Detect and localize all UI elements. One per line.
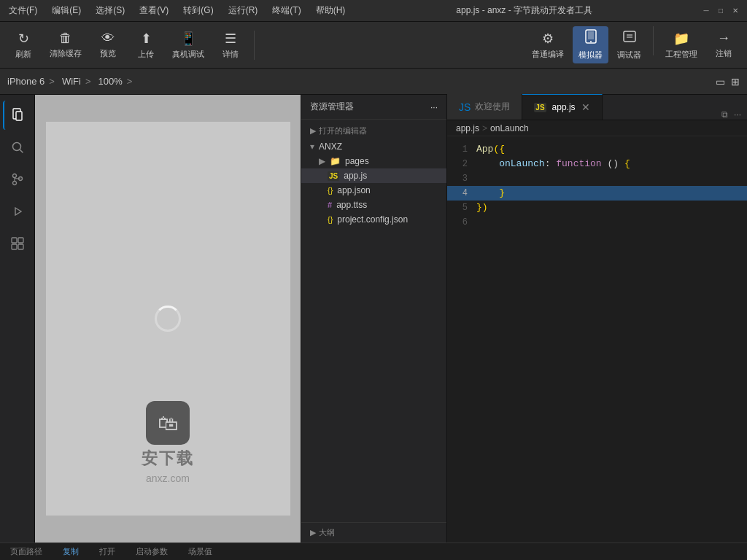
detail-icon: ☰ [225,31,236,47]
activity-source-control[interactable] [3,165,32,194]
detail-button[interactable]: ☰ 详情 [213,28,248,63]
root-folder[interactable]: ▾ ANXZ [301,139,446,154]
outline-section[interactable]: ▶ 大纲 [301,522,446,542]
menu-bar[interactable]: 文件(F) 编辑(E) 选择(S) 查看(V) 转到(G) 运行(R) 终端(T… [6,3,348,18]
device-separator3: > [127,76,133,87]
simbar-scene-value[interactable]: 场景值 [184,545,217,559]
upload-icon: ⬆ [141,31,152,47]
activity-extensions[interactable] [3,229,32,258]
tab-appjs[interactable]: JS app.js ✕ [522,94,602,120]
single-view-icon[interactable]: ▭ [716,76,725,88]
clear-cache-button[interactable]: 🗑 清除缓存 [44,28,88,62]
menu-help[interactable]: 帮助(H) [313,3,349,18]
upload-button[interactable]: ⬆ 上传 [128,28,163,63]
more-tabs-icon[interactable]: ··· [734,109,741,120]
explorer-panel: 资源管理器 ··· ▶ 打开的编辑器 ▾ ANXZ ▶ 📁 pages JS a… [301,95,447,542]
toolbar-right: ⚙ 普通编译 模拟器 调试器 [526,26,741,63]
debugger-button[interactable]: 调试器 [611,26,647,63]
zoom-selector[interactable]: 100% > [98,76,134,87]
appjs-file[interactable]: JS app.js [301,168,446,183]
menu-file[interactable]: 文件(F) [6,3,40,18]
debugger-label: 调试器 [617,50,641,61]
breadcrumb-file[interactable]: app.js [456,123,479,133]
svg-rect-16 [18,238,23,243]
appttss-file[interactable]: # app.ttss [301,198,446,212]
projectconfig-file[interactable]: {} project.config.json [301,212,446,227]
line-num-4: 4 [447,186,476,201]
breadcrumb-symbol[interactable]: onLaunch [490,123,529,133]
open-editors-section[interactable]: ▶ 打开的编辑器 [301,122,446,139]
simbar-launch-params[interactable]: 启动参数 [131,545,172,559]
menu-terminal[interactable]: 终端(T) [269,3,303,18]
simulator-label: 模拟器 [578,50,603,61]
preview-button[interactable]: 👁 预览 [90,28,125,62]
line-content-5: }) [476,201,488,215]
toolbar-separator2 [653,26,654,55]
activity-search[interactable] [3,133,32,162]
explorer-title: 资源管理器 [310,101,354,113]
svg-line-9 [20,150,23,153]
svg-point-10 [12,174,16,178]
detail-label: 详情 [222,49,239,60]
appjson-file[interactable]: {} app.json [301,183,446,198]
folder-chevron-icon: ▶ [319,156,325,166]
activity-debug[interactable] [3,197,32,226]
breadcrumb: app.js > onLaunch [447,120,747,136]
code-line-6: 6 [447,215,747,230]
maximize-button[interactable]: □ [715,5,727,17]
split-editor-icon[interactable]: ⧉ [721,109,728,120]
svg-rect-1 [588,31,594,39]
simbar-page-path[interactable]: 页面路径 [6,545,47,559]
simulator-button[interactable]: 模拟器 [573,26,608,63]
code-line-2: 2 onLaunch: function () { [447,157,747,171]
code-editor[interactable]: 1 App({ 2 onLaunch: function () { 3 4 } … [447,136,747,542]
code-line-4: 4 } [447,186,747,201]
explorer-more-icon[interactable]: ··· [430,102,438,112]
minimize-button[interactable]: ─ [700,5,712,17]
menu-view[interactable]: 查看(V) [136,3,171,18]
pages-folder[interactable]: ▶ 📁 pages [301,154,446,168]
device-selector[interactable]: iPhone 6 > [7,76,56,87]
device-test-button[interactable]: 📱 真机调试 [166,28,210,63]
window-controls[interactable]: ─ □ ✕ [700,5,741,17]
line-content-4: } [476,186,505,201]
simulator-panel: 🛍 安下载 anxz.com [35,95,301,542]
code-line-5: 5 }) [447,201,747,215]
svg-point-2 [590,41,592,42]
zoom-level: 100% [98,76,123,87]
compile-button[interactable]: ⚙ 普通编译 [526,26,570,63]
open-editors-label: 打开的编辑器 [319,125,367,136]
tab-js-icon: JS [534,103,546,112]
simbar-copy[interactable]: 复制 [58,545,83,559]
menu-edit[interactable]: 编辑(E) [49,3,84,18]
tab-welcome[interactable]: JS 欢迎使用 [447,94,522,120]
upload-label: 上传 [138,49,154,60]
activity-bar [0,95,35,542]
tab-close-button[interactable]: ✕ [581,101,590,113]
chevron-down-icon: ▾ [310,141,314,152]
menu-goto[interactable]: 转到(G) [180,3,216,18]
trash-icon: 🗑 [59,31,72,46]
line-content-2: onLaunch: function () { [476,157,630,171]
editor-tabs-extra[interactable]: ⧉ ··· [721,109,747,120]
simbar-open[interactable]: 打开 [95,545,120,559]
outline-label: 大纲 [319,527,335,538]
device-test-label: 真机调试 [172,49,204,60]
login-button[interactable]: → 注销 [706,26,741,63]
menu-select[interactable]: 选择(S) [93,3,128,18]
network-selector[interactable]: WiFi > [62,76,93,87]
split-view-icon[interactable]: ⊞ [731,76,740,88]
device-name: iPhone 6 [7,76,44,87]
tab-appjs-label: app.js [552,102,576,112]
tab-welcome-label: 欢迎使用 [475,101,510,113]
menu-run[interactable]: 运行(R) [225,3,261,18]
line-num-1: 1 [447,142,476,157]
close-button[interactable]: ✕ [729,5,741,17]
appjson-filename: app.json [337,185,370,195]
view-toggle-buttons[interactable]: ▭ ⊞ [716,76,740,88]
refresh-icon: ↻ [18,31,29,47]
project-mgr-button[interactable]: 📁 工程管理 [659,26,703,63]
activity-explorer[interactable] [3,101,32,130]
refresh-label: 刷新 [15,49,31,60]
refresh-button[interactable]: ↻ 刷新 [6,28,41,63]
